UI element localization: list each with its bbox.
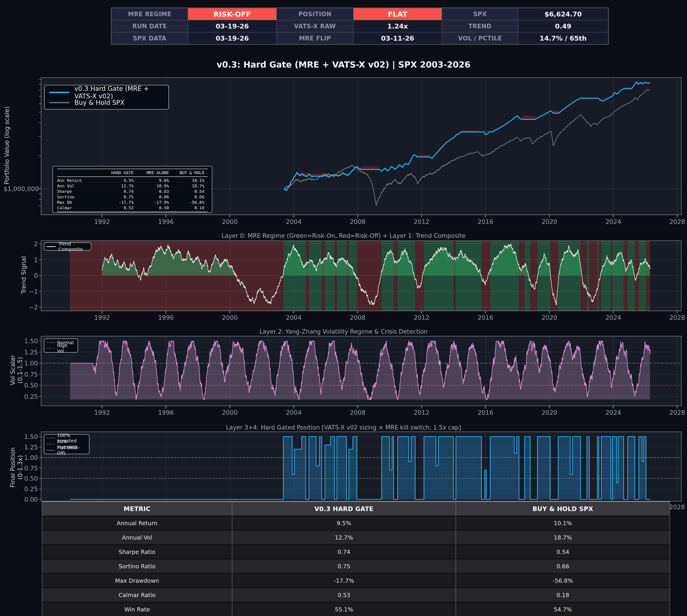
y-tick-label: 1.50 xyxy=(0,337,38,345)
y-tick-label: 0.25 xyxy=(0,485,38,492)
stats-rule xyxy=(57,169,208,169)
x-tick-label: 2004 xyxy=(286,409,302,416)
status-label: VATS-X RAW xyxy=(276,20,353,32)
stats-col-header: BUY & HOLD xyxy=(169,170,204,176)
flat-line-swatch xyxy=(47,450,55,450)
x-tick-label: 1996 xyxy=(158,218,174,225)
stats-metric-label: Max DD xyxy=(57,200,98,205)
metrics-row-value: 0.75 xyxy=(232,559,456,574)
legend-item-flat: Flat (Risk-Off) xyxy=(47,447,87,454)
metrics-row-value: 0.54 xyxy=(456,545,670,559)
x-tick-label: 2008 xyxy=(350,314,365,321)
y-tick-label: 2 xyxy=(0,240,38,247)
x-tick-label: 2000 xyxy=(222,409,238,416)
chart1-ytick: $1,000,000 xyxy=(0,185,39,192)
y-tick-label: 0.00 xyxy=(0,496,38,503)
x-tick-label: 1996 xyxy=(158,409,174,416)
legend-item-hard-gate: v0.3 Hard Gate (MRE + VATS-X v02) xyxy=(49,87,164,98)
chart1-ylabel: Portfolio Value (log scale) xyxy=(3,106,10,185)
dashboard: MRE REGIMERISK-OFFPOSITIONFLATSPX$6,624.… xyxy=(0,0,687,616)
x-tick-label: 2028 xyxy=(669,314,685,321)
chart4-legend: 100% invested 50% invested Flat (Risk-Of… xyxy=(44,434,89,454)
metrics-row-label: Max Drawdown xyxy=(42,574,232,588)
metrics-row-value: -17.7% xyxy=(232,574,456,588)
stats-metric-value: 0.86 xyxy=(134,194,169,200)
invested-100-line-swatch xyxy=(47,438,55,438)
metrics-row-value: -56.8% xyxy=(456,574,670,588)
y-tick-label: 0 xyxy=(0,272,38,279)
x-tick-label: 2020 xyxy=(541,409,557,416)
stats-metric-value: 0.18 xyxy=(169,205,204,211)
stats-metric-value: 0.74 xyxy=(98,189,134,194)
stats-metric-value: 0.75 xyxy=(98,194,134,200)
status-label: POSITION xyxy=(276,8,353,20)
x-tick-label: 2000 xyxy=(222,314,238,321)
x-tick-label: 2008 xyxy=(350,218,365,225)
metrics-row-label: Annual Vol xyxy=(42,531,232,545)
metrics-header: V0.3 HARD GATE xyxy=(232,502,456,516)
x-tick-label: 2008 xyxy=(350,409,365,416)
metrics-row-value: 9.5% xyxy=(232,516,456,531)
stats-metric-value: -17.7% xyxy=(98,200,134,205)
x-tick-label: 2012 xyxy=(414,409,429,416)
stats-metric-value: 0.50 xyxy=(134,205,169,211)
metrics-row-value: 55.1% xyxy=(232,602,456,616)
y-tick-label: 0.25 xyxy=(0,393,38,400)
x-tick-label: 2024 xyxy=(605,218,621,225)
stats-metric-value: 0.54 xyxy=(169,189,204,194)
y-tick-label: 1.00 xyxy=(0,360,38,367)
chart1-title: v0.3: Hard Gate (MRE + VATS-X v02) | SPX… xyxy=(0,60,687,70)
metrics-row-value: 10.1% xyxy=(456,516,670,531)
legend-label: High Vol xyxy=(57,343,75,354)
stats-metric-value: 0.53 xyxy=(98,205,134,211)
legend-label: Trend Composite xyxy=(59,241,89,252)
x-tick-label: 2004 xyxy=(286,218,302,225)
stats-col-header: HARD GATE xyxy=(98,170,134,176)
status-label: SPX xyxy=(442,8,518,20)
metrics-header: BUY & HOLD SPX xyxy=(456,502,670,516)
metrics-table: METRICV0.3 HARD GATEBUY & HOLD SPXAnnual… xyxy=(42,501,670,616)
stats-metric-value: 9.0% xyxy=(134,178,169,183)
y-tick-label: 0.50 xyxy=(0,382,38,389)
metrics-header: METRIC xyxy=(42,502,232,516)
legend-item-buy-hold: Buy & Hold SPX xyxy=(49,98,164,107)
legend-label: Buy & Hold SPX xyxy=(74,99,125,106)
metrics-row-value: 12.7% xyxy=(232,531,456,545)
performance-stats-inset: HARD GATEMRE ALONEBUY & HOLDAnn Return9.… xyxy=(52,166,212,213)
x-tick-label: 2016 xyxy=(478,218,493,225)
stats-rule xyxy=(57,212,208,212)
chart2-title: Layer 0: MRE Regime (Green=Risk-On, Red=… xyxy=(0,232,687,239)
buy-hold-line-swatch xyxy=(49,102,69,103)
status-table: MRE REGIMERISK-OFFPOSITIONFLATSPX$6,624.… xyxy=(111,7,609,45)
chart3-legend: Normal High Vol xyxy=(44,338,78,353)
y-tick-label: 0.75 xyxy=(0,371,38,378)
y-tick-label: 1.50 xyxy=(0,433,38,440)
legend-label: Flat (Risk-Off) xyxy=(57,445,87,456)
stats-metric-value: -17.9% xyxy=(134,200,169,205)
status-label: MRE FLIP xyxy=(276,32,353,44)
x-tick-label: 2020 xyxy=(541,314,557,321)
x-tick-label: 2016 xyxy=(478,314,493,321)
status-value: 03-19-26 xyxy=(188,20,276,32)
x-tick-label: 2024 xyxy=(605,314,621,321)
x-tick-label: 2028 xyxy=(669,409,685,416)
stats-header-row: HARD GATEMRE ALONEBUY & HOLD xyxy=(57,170,208,176)
chart4-title: Layer 3+4: Hard Gated Position [VATS-X v… xyxy=(0,424,687,431)
stats-row: Calmar0.530.500.18 xyxy=(57,205,208,211)
y-tick-label: 1.25 xyxy=(0,349,38,356)
status-value-alert: RISK-OFF xyxy=(188,8,276,20)
stats-metric-value: -56.8% xyxy=(169,200,204,205)
status-label: MRE REGIME xyxy=(111,8,188,20)
x-tick-label: 1996 xyxy=(158,314,174,321)
x-tick-label: 2004 xyxy=(286,314,302,321)
x-tick-label: 2012 xyxy=(414,314,429,321)
chart1-legend: v0.3 Hard Gate (MRE + VATS-X v02) Buy & … xyxy=(44,85,169,110)
stats-metric-value: 10.1% xyxy=(169,178,204,183)
x-tick-label: 2016 xyxy=(478,409,493,416)
chart2-legend: Trend Composite xyxy=(44,242,91,250)
stats-rule xyxy=(57,176,208,177)
x-tick-label: 1992 xyxy=(94,409,110,416)
normal-vol-line-swatch xyxy=(47,342,55,343)
stats-metric-label: Calmar xyxy=(57,205,98,211)
stats-metric-value: 10.9% xyxy=(134,183,169,189)
